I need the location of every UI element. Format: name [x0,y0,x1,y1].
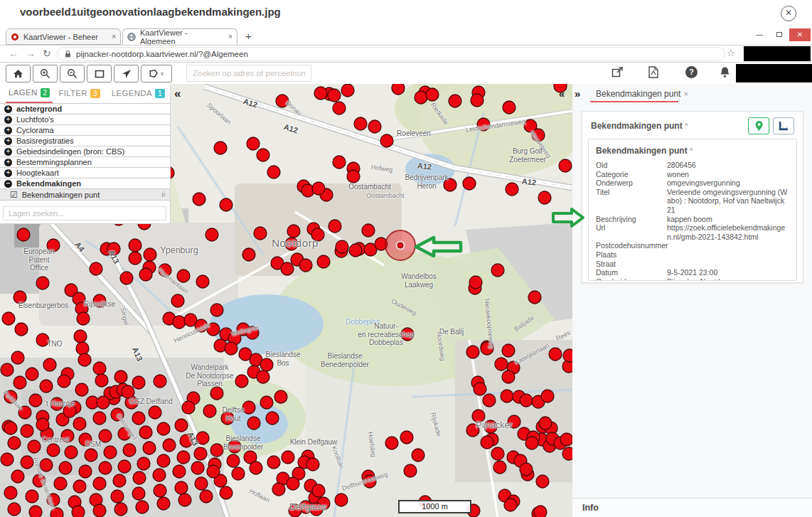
announcement-dot[interactable] [40,459,53,471]
announcement-dot[interactable] [195,477,208,490]
announcement-dot[interactable] [177,270,190,282]
announcement-dot[interactable] [36,418,49,431]
announcement-dot[interactable] [75,383,88,396]
announcement-dot[interactable] [469,276,482,289]
announcement-dot[interactable] [85,449,97,462]
announcement-dot[interactable] [114,371,127,383]
layer-row[interactable]: +Hoogtekaart [0,168,170,178]
announcement-dot[interactable] [247,137,260,150]
announcement-dot[interactable] [132,376,145,389]
announcement-dot[interactable] [72,506,85,517]
announcement-dot[interactable] [207,465,220,478]
announcement-dot[interactable] [77,312,90,325]
announcement-dot[interactable] [93,362,106,375]
announcement-dot[interactable] [178,494,191,506]
expand-icon[interactable]: + [4,116,12,124]
layer-row[interactable]: +Bestemmingsplannen [0,157,170,168]
announcement-dot[interactable] [400,431,413,444]
announcement-dot[interactable] [143,442,156,454]
announcement-dot[interactable] [99,462,112,474]
panel-collapse-left-button[interactable]: « [559,87,565,100]
announcement-dot[interactable] [549,348,562,361]
info-section-header[interactable]: Info [572,498,812,517]
announcement-dot[interactable] [93,477,106,490]
announcement-dot[interactable] [312,182,325,195]
announcement-dot[interactable] [157,422,170,435]
announcement-dot[interactable] [95,374,108,387]
announcement-dot[interactable] [349,244,362,257]
url-field[interactable]: pijnacker-nootdorp.kaartviewer.nl/?@Alge… [57,47,725,61]
tab-close-icon[interactable]: × [112,33,116,41]
announcement-dot[interactable] [495,358,508,371]
announcement-dot[interactable] [260,396,273,409]
announcement-dot[interactable] [18,406,31,419]
panel-tab-close-icon[interactable]: × [683,90,688,98]
expand-icon[interactable]: + [4,105,12,113]
announcement-dot[interactable] [26,368,38,380]
announcement-dot[interactable] [195,319,208,332]
zoom-to-feature-button[interactable] [748,117,769,134]
bookmark-star-icon[interactable]: ☆ [727,48,735,58]
announcement-dot[interactable] [191,462,204,474]
announcement-dot[interactable] [254,227,267,240]
announcement-dot[interactable] [266,412,279,425]
announcement-dot[interactable] [227,454,240,467]
announcement-dot[interactable] [104,446,117,459]
announcement-dot[interactable] [93,504,106,517]
announcement-dot[interactable] [272,483,285,496]
announcement-dot[interactable] [483,394,496,407]
announcement-dot[interactable] [29,506,42,517]
announcement-dot[interactable] [310,503,323,516]
announcement-dot[interactable] [1,363,14,376]
announcement-dot[interactable] [532,129,545,142]
announcement-dot[interactable] [559,159,572,172]
expand-icon[interactable]: + [4,159,12,166]
announcement-dot[interactable] [33,474,46,487]
announcement-dot[interactable] [536,475,549,488]
reload-icon[interactable]: ↻ [43,48,51,59]
announcement-dot[interactable] [15,323,28,336]
panel-collapse-right-button[interactable]: » [575,87,580,100]
viewer-close-icon[interactable]: ✕ [781,6,796,21]
layer-row[interactable]: −Bekendmakingen [0,178,170,189]
announcement-dot[interactable] [220,486,233,499]
announcement-dot[interactable] [2,312,15,325]
announcement-dot[interactable] [157,454,170,467]
locate-button[interactable] [114,65,139,82]
announcement-dot[interactable] [21,425,33,437]
announcement-dot[interactable] [159,264,171,277]
collapse-icon[interactable]: − [4,180,12,188]
announcement-dot[interactable] [274,390,287,403]
zoom-extent-button[interactable] [87,65,112,82]
announcement-dot[interactable] [14,376,26,389]
announcement-dot[interactable] [26,490,38,503]
announcement-dot[interactable] [73,417,86,430]
announcement-dot[interactable] [157,497,170,510]
announcement-dot[interactable] [404,464,417,477]
announcement-dot[interactable] [493,461,506,474]
zoom-out-button[interactable] [60,65,85,82]
announcement-dot[interactable] [11,470,24,483]
announcement-dot[interactable] [154,375,166,388]
announcement-dot[interactable] [466,346,479,358]
help-icon[interactable]: ? [685,66,698,78]
announcement-dot[interactable] [466,424,479,437]
announcement-dot[interactable] [341,84,354,97]
announcement-dot[interactable] [129,252,141,265]
announcement-dot[interactable] [120,272,133,284]
announcement-dot[interactable] [40,380,53,393]
tab-close-icon[interactable]: × [228,33,233,41]
announcement-dot[interactable] [182,401,195,414]
announcement-dot[interactable] [299,259,312,272]
announcement-dot[interactable] [281,262,294,275]
share-icon[interactable] [611,66,624,81]
announcement-dot[interactable] [21,456,33,469]
announcement-dot[interactable] [276,95,289,107]
announcement-dot[interactable] [8,503,21,516]
announcement-dot[interactable] [520,394,533,407]
announcement-dot[interactable] [267,456,280,469]
new-tab-button[interactable]: + [245,30,252,42]
announcement-dot[interactable] [14,291,26,304]
announcement-dot[interactable] [426,88,439,101]
expand-icon[interactable]: + [4,127,12,134]
